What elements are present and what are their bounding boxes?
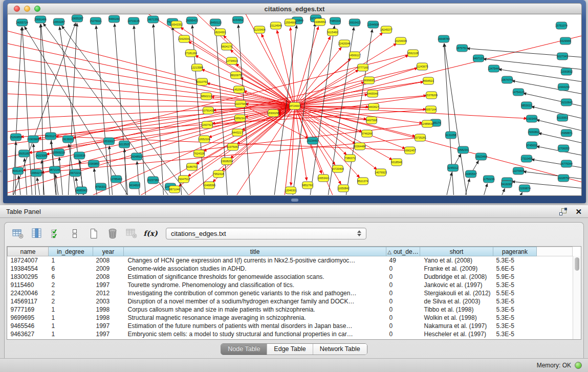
graph-node[interactable]: 9186753: [187, 163, 198, 170]
graph-node[interactable]: 11215404: [253, 26, 266, 33]
table-cell[interactable]: 0: [386, 322, 420, 330]
graph-node[interactable]: 9057164: [426, 106, 437, 113]
network-canvas[interactable]: 2405572420691406105532871065528715276021…: [7, 14, 582, 196]
table-cell[interactable]: Yano et al. (2008): [420, 256, 493, 265]
table-cell[interactable]: 2012: [93, 289, 124, 297]
graph-node[interactable]: 12444154: [557, 83, 570, 91]
graph-node[interactable]: 25260859: [10, 134, 22, 141]
tab-edge-table[interactable]: Edge Table: [267, 344, 312, 355]
table-cell[interactable]: 18724007: [8, 256, 49, 265]
table-selector-dropdown[interactable]: citations_edges.txt: [166, 228, 366, 239]
table-cell[interactable]: 5.6E-5: [493, 265, 537, 273]
table-cell[interactable]: Jankovic et al. (1997): [420, 281, 493, 289]
table-cell[interactable]: Changes of HCN gene expression and I(f) …: [124, 256, 386, 265]
table-cell[interactable]: 5.3E-5: [493, 322, 537, 330]
table-cell[interactable]: Structural magnetic resonance image aver…: [124, 314, 386, 322]
graph-node[interactable]: 17310455: [520, 155, 533, 162]
graph-node[interactable]: 9745632: [527, 142, 537, 149]
graph-node[interactable]: 8416095: [502, 181, 512, 188]
table-cell[interactable]: 5.3E-5: [493, 281, 537, 289]
graph-node[interactable]: 18530027: [103, 138, 115, 145]
table-cell[interactable]: Tourette syndrome. Phenomenology and cla…: [124, 281, 386, 289]
graph-node[interactable]: 15124549: [270, 22, 282, 29]
table-cell[interactable]: 0: [386, 305, 420, 314]
graph-node[interactable]: 11243675: [416, 63, 428, 70]
table-cell[interactable]: 9465546: [8, 322, 49, 330]
table-cell[interactable]: Franke et al. (2009): [420, 265, 493, 273]
table-cell[interactable]: 2009: [93, 265, 124, 273]
graph-node[interactable]: 9634820: [129, 182, 140, 189]
row-selection-icon[interactable]: [49, 227, 62, 240]
column-header-short[interactable]: short: [420, 247, 493, 256]
table-cell[interactable]: 6: [49, 273, 93, 281]
graph-node[interactable]: 15134457: [307, 137, 319, 144]
graph-node[interactable]: 16154039: [395, 37, 407, 45]
graph-node[interactable]: 10369857: [88, 160, 100, 167]
table-cell[interactable]: Stergiakouli et al. (2012): [420, 289, 493, 297]
graph-node[interactable]: 11607427: [201, 121, 213, 128]
column-header-year[interactable]: year: [93, 247, 124, 256]
graph-node[interactable]: 11320538: [73, 152, 85, 159]
table-cell[interactable]: 14569117: [8, 297, 49, 305]
graph-node[interactable]: 12270605: [512, 167, 525, 174]
network-window-titlebar[interactable]: citations_edges.txt: [7, 3, 582, 14]
graph-node[interactable]: 7485304: [330, 17, 341, 25]
graph-node[interactable]: 9852760: [302, 182, 313, 189]
table-cell[interactable]: 19384554: [8, 265, 49, 273]
column-header-title[interactable]: title: [124, 247, 386, 256]
graph-node[interactable]: 15751074: [555, 22, 568, 29]
graph-node[interactable]: 12652104: [198, 136, 210, 143]
table-cell[interactable]: 1: [49, 256, 93, 265]
tab-node-table[interactable]: Node Table: [221, 344, 267, 355]
graph-node[interactable]: 8756301: [96, 183, 106, 190]
table-cell[interactable]: 2: [49, 289, 93, 297]
column-visibility-icon[interactable]: [30, 227, 43, 240]
table-cell[interactable]: 0: [386, 281, 420, 289]
table-cell[interactable]: 22420046: [8, 289, 49, 297]
table-cell[interactable]: 1: [49, 314, 93, 322]
graph-node[interactable]: 20569218: [53, 149, 65, 156]
graph-node[interactable]: 27181260: [185, 50, 197, 57]
table-cell[interactable]: Dudbridge et al. (2008): [420, 273, 493, 281]
graph-node[interactable]: 20691406: [34, 16, 47, 23]
graph-node[interactable]: 13608254: [221, 158, 233, 165]
table-cell[interactable]: 0: [386, 314, 420, 322]
graph-node[interactable]: 9853021: [521, 102, 532, 109]
graph-node[interactable]: 10719135: [127, 17, 140, 25]
table-cell[interactable]: 1: [49, 322, 93, 330]
graph-node[interactable]: 9890212: [201, 93, 212, 100]
graph-node[interactable]: 14529876: [233, 86, 245, 93]
graph-node[interactable]: 9872146: [50, 166, 60, 173]
table-cell[interactable]: Investigating the contribution of common…: [124, 289, 386, 297]
graph-node[interactable]: 10582341: [457, 146, 469, 154]
column-header-name[interactable]: name: [8, 247, 49, 256]
column-header-pagerank[interactable]: pagerank: [493, 247, 537, 256]
graph-node[interactable]: 10653421: [317, 174, 330, 182]
graph-node[interactable]: 9245012: [448, 164, 459, 171]
graph-node[interactable]: 15378209: [425, 92, 438, 99]
graph-node[interactable]: 19139303: [62, 136, 74, 143]
graph-node[interactable]: 19384554: [314, 18, 326, 26]
table-cell[interactable]: 0: [386, 297, 420, 305]
graph-node[interactable]: 16902457: [404, 147, 416, 154]
graph-node[interactable]: 16892341: [234, 115, 246, 122]
table-cell[interactable]: 5.9E-5: [493, 273, 537, 281]
graph-node[interactable]: 8521374: [358, 178, 368, 185]
graph-node[interactable]: 18300295: [267, 110, 279, 117]
table-row[interactable]: 1456911722003Disruption of a novel membe…: [8, 297, 573, 305]
close-panel-icon[interactable]: ✕: [575, 208, 582, 215]
graph-node[interactable]: 16916423: [349, 19, 361, 26]
graph-node[interactable]: 10553287: [53, 18, 65, 26]
graph-node[interactable]: 11750236: [483, 176, 495, 183]
table-cell[interactable]: 0: [386, 273, 420, 281]
new-column-icon[interactable]: [87, 227, 100, 240]
table-cell[interactable]: 2003: [93, 297, 124, 305]
graph-node[interactable]: 16210643: [560, 99, 573, 106]
graph-node[interactable]: 9227343: [557, 53, 568, 60]
graph-node[interactable]: 15672218: [69, 169, 81, 177]
graph-node[interactable]: 11544908: [367, 21, 379, 28]
graph-node[interactable]: 9699695: [364, 77, 375, 84]
graph-node[interactable]: 12475449: [488, 65, 500, 72]
graph-node[interactable]: 14754123: [512, 89, 525, 96]
column-header-out_de[interactable]: △out_de…: [386, 247, 420, 256]
